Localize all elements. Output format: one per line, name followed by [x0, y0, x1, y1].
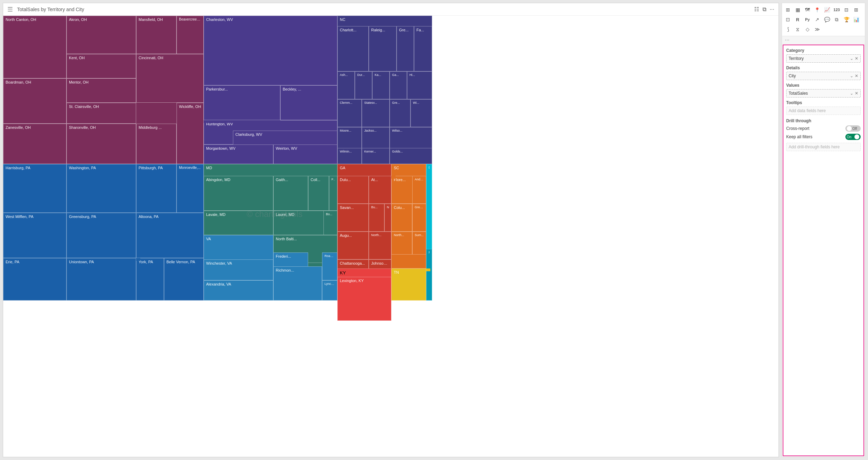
filter-icon[interactable]: ☷ — [754, 6, 759, 13]
line-chart-icon[interactable]: 📈 — [822, 5, 831, 14]
n-ga[interactable]: N... — [384, 204, 391, 232]
gre-nc[interactable]: Gre... — [390, 99, 410, 127]
qa-icon[interactable]: 💬 — [822, 15, 831, 24]
trophy-icon[interactable]: 🏆 — [842, 15, 851, 24]
kannapolis-nc[interactable]: Ka... — [372, 71, 390, 99]
cincinnati-oh[interactable]: Cincinnati, OH — [136, 54, 204, 103]
sum-sc[interactable]: Sum... — [412, 232, 426, 255]
table-icon-1[interactable]: ⊟ — [842, 5, 851, 14]
abingdon-md[interactable]: Abingdon, MD — [204, 176, 273, 211]
expand-icon[interactable]: ⧉ — [763, 6, 766, 13]
ne-de[interactable]: Ne... — [426, 249, 432, 301]
fr-md[interactable]: Fr... — [329, 176, 337, 211]
anderson-sc[interactable] — [391, 176, 396, 179]
columbia-sc[interactable]: Colu... — [391, 204, 412, 232]
st-clairsville-oh[interactable]: St. Clairsville, OH — [67, 103, 136, 124]
more-options-icon[interactable]: ··· — [770, 6, 774, 13]
number-icon[interactable]: 123 — [832, 5, 841, 14]
ande-sc[interactable]: Ande... — [412, 176, 426, 204]
r-icon[interactable]: R — [793, 15, 802, 24]
sharonville-oh[interactable]: Sharonville, OH — [67, 124, 136, 164]
add-tooltip-field[interactable]: Add data fields here — [786, 107, 861, 115]
harrisburg-pa[interactable]: Harrisburg, PA — [3, 164, 67, 213]
pittsburgh-pa[interactable]: Pittsburgh, PA — [136, 164, 177, 213]
richmond-va[interactable]: Richmon... — [273, 266, 322, 301]
kent-oh[interactable]: Kent, OH — [67, 54, 136, 78]
winchester-va[interactable]: Winchester, VA — [204, 259, 273, 280]
north-sc[interactable]: North... — [391, 232, 412, 255]
belle-vernon-pa[interactable]: Belle Vernon, PA — [164, 258, 204, 301]
keep-filters-toggle[interactable]: On — [845, 134, 861, 140]
altoona-pa[interactable]: Altoona, PA — [136, 213, 204, 258]
paint-icon[interactable]: ◇ — [803, 25, 812, 34]
greenville-sc[interactable]: Gree... — [412, 204, 426, 232]
wickliffe-oh[interactable]: Wickliffe, OH — [177, 103, 204, 164]
cross-report-toggle[interactable]: Off — [845, 125, 861, 132]
beckley-wv[interactable]: Beckley, ... — [280, 85, 337, 120]
chevron-down-icon-territory[interactable]: ⌄ — [850, 56, 853, 61]
mentor-oh[interactable]: Mentor, OH — [67, 78, 136, 103]
azure-icon[interactable]: ≫ — [813, 25, 822, 34]
college-park-md[interactable]: Coll... — [308, 176, 329, 211]
statesville-nc[interactable]: Statesv... — [362, 99, 390, 127]
chevron-down-icon-totalsales[interactable]: ⌄ — [850, 91, 853, 96]
clemmons-nc[interactable]: Clemm... — [337, 99, 362, 127]
washington-pa[interactable]: Washington, PA — [67, 164, 136, 213]
york-pa[interactable]: York, PA — [136, 258, 164, 301]
charlotte-nc[interactable]: Charlott... — [337, 26, 369, 71]
erie-pa[interactable]: Erie, PA — [3, 258, 67, 301]
pin-icon[interactable]: 📍 — [813, 5, 822, 14]
py-icon[interactable]: Py — [803, 15, 812, 24]
copy-icon[interactable]: ⧉ — [832, 15, 841, 24]
lynchburg-va[interactable]: Lynchbur... — [322, 280, 337, 301]
middleburg-oh[interactable]: Middleburg ... — [136, 124, 177, 164]
weirton-wv[interactable]: Weirton, WV — [273, 145, 337, 164]
lavale-md[interactable]: Lavale, MD — [204, 211, 273, 235]
morgantown-wv[interactable]: Morgantown, WV — [204, 145, 273, 164]
clarksburg-wv[interactable] — [204, 120, 280, 123]
lexington-ky[interactable]: Lexington, KY — [337, 277, 391, 321]
alexandria-va[interactable]: Alexandria, VA — [204, 280, 273, 301]
durham-nc[interactable]: Dur... — [355, 71, 372, 99]
gaithersburg-md[interactable]: Gaith... — [273, 176, 308, 211]
hickory-nc[interactable]: Hi... — [407, 71, 432, 99]
gastonia-nc[interactable]: Ga... — [390, 71, 407, 99]
raleigh-nc[interactable]: Raleig... — [369, 26, 397, 71]
chevron-down-icon-city[interactable]: ⌄ — [850, 73, 853, 78]
fayetteville-nc[interactable]: Fa... — [414, 26, 432, 71]
matrix-icon[interactable]: ⊡ — [783, 15, 792, 24]
table-icon-2[interactable]: ⊞ — [852, 5, 861, 14]
beavercreek-oh[interactable]: Beavercreek,... — [177, 16, 204, 54]
north-ga[interactable]: North... — [369, 232, 391, 259]
parkersburg-wv[interactable]: Parkersbur... — [204, 85, 280, 120]
greensboro-nc[interactable]: Gre... — [397, 26, 414, 71]
close-icon-city[interactable]: ✕ — [855, 73, 858, 78]
roanoke-va[interactable]: Roanok... — [322, 252, 337, 280]
close-icon-totalsales[interactable]: ✕ — [855, 91, 858, 96]
map-icon[interactable]: 🗺 — [803, 5, 812, 14]
at-ga-2[interactable]: At... — [369, 176, 391, 204]
duluth-ga[interactable]: Dulu... — [337, 176, 369, 204]
tn-region[interactable]: TN — [391, 268, 426, 301]
chamb-pa[interactable] — [136, 258, 140, 261]
slicer-icon[interactable]: ⧖ — [793, 25, 802, 34]
decomp-tree-icon[interactable]: ↗ — [813, 15, 822, 24]
close-icon-territory[interactable]: ✕ — [855, 56, 858, 61]
augusta-ga[interactable]: Augu... — [337, 232, 369, 259]
grid-icon[interactable]: ⊞ — [783, 5, 792, 14]
bar-chart-icon[interactable]: 📊 — [852, 15, 861, 24]
territory-field-pill[interactable]: Territory ⌄ ✕ — [786, 54, 861, 63]
monroeville-pa[interactable]: Monroeville,... — [177, 164, 204, 213]
sparkline-icon[interactable]: ⟆ — [783, 25, 792, 34]
bo-md[interactable]: Bo... — [323, 211, 337, 235]
add-drill-field[interactable]: Add drill-through fields here — [786, 143, 861, 151]
city-field-pill[interactable]: City ⌄ ✕ — [786, 72, 861, 80]
uniontown-pa[interactable]: Uniontown, PA — [67, 258, 136, 301]
wilmington-nc[interactable]: Wilmin... — [337, 148, 362, 164]
mansfield-oh[interactable]: Mansfield, OH — [136, 16, 177, 54]
totalsales-field-pill[interactable]: TotalSales ⌄ ✕ — [786, 89, 861, 98]
charleston-wv[interactable]: Charleston, WV — [204, 16, 337, 85]
greensburg-pa[interactable]: Greensburg, PA — [67, 213, 136, 258]
savannah-ga[interactable]: Savan... — [337, 204, 369, 232]
hamburger-icon[interactable]: ☰ — [7, 6, 13, 13]
